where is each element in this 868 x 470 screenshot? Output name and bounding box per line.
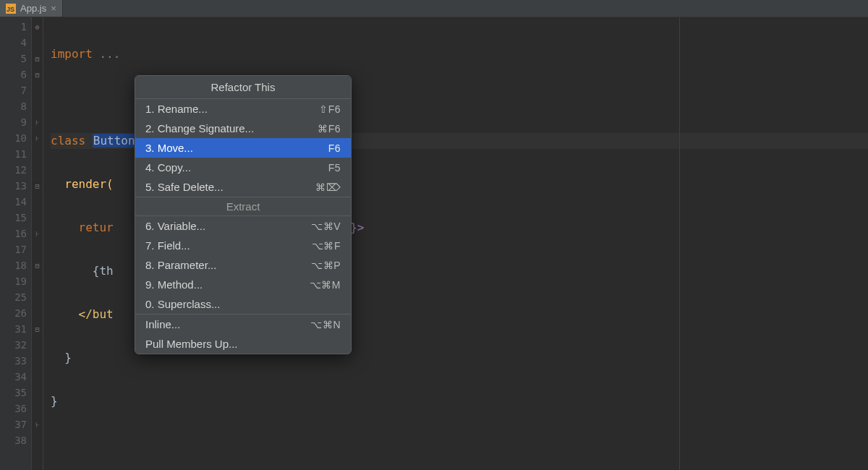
line-number: 36: [0, 401, 27, 416]
code-token: import: [51, 47, 93, 61]
line-number: 32: [0, 337, 27, 353]
line-number: 4: [0, 35, 27, 51]
menu-item-shortcut: ⌥⌘N: [310, 319, 341, 330]
line-number: 25: [0, 289, 27, 305]
fold-icon[interactable]: ⊟: [32, 51, 43, 67]
line-number: 37: [0, 416, 27, 432]
code-token: }: [51, 394, 58, 408]
fold-icon[interactable]: ⊟: [32, 178, 43, 194]
code-token: render(: [51, 177, 114, 191]
menu-item-label: 6. Variable...: [145, 220, 205, 232]
menu-item-label: 9. Method...: [145, 278, 203, 291]
menu-item-shortcut: ⌥⌘V: [311, 221, 341, 232]
menu-item-label: 8. Parameter...: [145, 259, 216, 271]
line-number: 17: [0, 242, 27, 257]
refactor-menu-item[interactable]: 9. Method...⌥⌘M: [135, 275, 351, 294]
fold-icon[interactable]: ⊟: [32, 257, 43, 273]
menu-item-shortcut: ⌥⌘P: [311, 260, 341, 271]
menu-item-label: 3. Move...: [145, 142, 193, 154]
fold-icon[interactable]: ⊕: [32, 19, 43, 35]
fold-end-icon[interactable]: ⊦: [32, 114, 43, 130]
line-number: 7: [0, 82, 27, 98]
menu-item-label: Pull Members Up...: [145, 338, 238, 350]
code-token: }: [51, 351, 72, 364]
line-number: 1: [0, 19, 27, 35]
editor: 1456789101112131415161718192526313233343…: [0, 17, 868, 470]
tab-bar: JS App.js ×: [0, 0, 868, 17]
line-number: 8: [0, 98, 27, 114]
line-number: 26: [0, 305, 27, 321]
menu-item-shortcut: F6: [328, 142, 341, 154]
fold-end-icon[interactable]: ⊦: [32, 416, 43, 432]
line-number: 9: [0, 114, 27, 130]
line-number: 10: [0, 130, 27, 146]
menu-item-shortcut: ⌥⌘F: [312, 240, 341, 252]
right-margin-line: [679, 17, 680, 470]
fold-icon[interactable]: ⊟: [32, 321, 43, 337]
menu-item-shortcut: ⌥⌘M: [310, 279, 341, 291]
selected-identifier: Button: [93, 134, 136, 148]
menu-item-label: 2. Change Signature...: [145, 122, 254, 134]
fold-column: ⊕ ⊟ ⊟ ⊦ ⊦ ⊟ ⊦ ⊟ ⊟ ⊦: [32, 17, 43, 470]
refactor-menu-item[interactable]: 3. Move...F6: [135, 138, 351, 158]
line-number: 15: [0, 210, 27, 226]
fold-end-icon[interactable]: ⊦: [32, 226, 43, 242]
line-number: 34: [0, 369, 27, 385]
refactor-menu-item[interactable]: 5. Safe Delete...⌘⌦: [135, 177, 351, 197]
fold-icon[interactable]: ⊟: [32, 67, 43, 82]
menu-item-shortcut: F5: [328, 162, 341, 174]
menu-item-label: 5. Safe Delete...: [145, 181, 224, 193]
refactor-menu-item[interactable]: Pull Members Up...: [135, 334, 351, 354]
code-token: class: [51, 134, 93, 148]
line-number: 38: [0, 432, 27, 448]
menu-item-shortcut: ⌘F6: [318, 123, 341, 134]
refactor-menu-item[interactable]: 7. Field...⌥⌘F: [135, 236, 351, 255]
menu-item-label: 1. Rename...: [145, 103, 208, 115]
refactor-menu: Refactor This 1. Rename...⇧F62. Change S…: [135, 75, 352, 354]
fold-end-icon[interactable]: ⊦: [32, 130, 43, 146]
line-number: 13: [0, 178, 27, 194]
js-file-icon: JS: [6, 4, 16, 14]
code-token: retur: [51, 221, 114, 234]
refactor-menu-item[interactable]: 8. Parameter...⌥⌘P: [135, 255, 351, 275]
line-number: 33: [0, 353, 27, 369]
menu-item-shortcut: ⌘⌦: [315, 181, 341, 193]
menu-item-shortcut: ⇧F6: [319, 103, 341, 115]
extract-section-label: Extract: [135, 197, 351, 216]
code-token: ...: [93, 47, 121, 61]
line-number: 31: [0, 321, 27, 337]
line-number: 11: [0, 146, 27, 162]
menu-item-label: Inline...: [145, 318, 180, 330]
file-tab-label: App.js: [20, 3, 46, 14]
refactor-menu-item[interactable]: 1. Rename...⇧F6: [135, 99, 351, 119]
refactor-menu-item[interactable]: Inline...⌥⌘N: [135, 315, 351, 334]
line-number: 5: [0, 51, 27, 67]
menu-item-label: 7. Field...: [145, 239, 190, 252]
refactor-menu-item[interactable]: 2. Change Signature...⌘F6: [135, 119, 351, 138]
line-number: 18: [0, 257, 27, 273]
refactor-menu-item[interactable]: 4. Copy...F5: [135, 158, 351, 177]
line-number: 19: [0, 273, 27, 289]
code-token: </but: [51, 307, 114, 321]
line-number: 14: [0, 194, 27, 210]
refactor-menu-item[interactable]: 0. Superclass...: [135, 294, 351, 314]
menu-item-label: 0. Superclass...: [145, 298, 220, 310]
file-tab[interactable]: JS App.js ×: [0, 0, 63, 17]
refactor-menu-title: Refactor This: [135, 76, 351, 99]
close-icon[interactable]: ×: [51, 4, 56, 13]
line-number: 35: [0, 385, 27, 401]
refactor-menu-item[interactable]: 6. Variable...⌥⌘V: [135, 216, 351, 236]
line-number-gutter: 1456789101112131415161718192526313233343…: [0, 17, 32, 470]
line-number: 12: [0, 162, 27, 178]
line-number: 16: [0, 226, 27, 242]
menu-item-label: 4. Copy...: [145, 161, 191, 174]
line-number: 6: [0, 67, 27, 82]
code-token: {th: [51, 264, 114, 278]
